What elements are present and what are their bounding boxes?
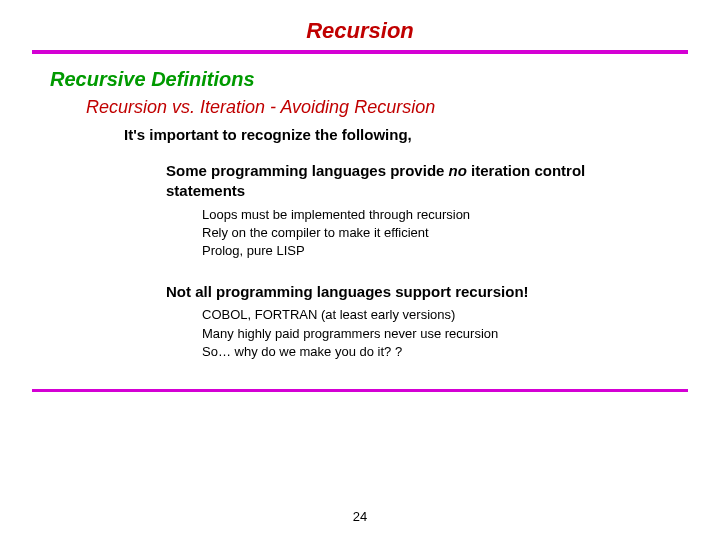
point-block-1: Some programming languages provide no it… bbox=[40, 161, 680, 260]
slide: Recursion Recursive Definitions Recursio… bbox=[0, 0, 720, 540]
divider-top bbox=[32, 50, 688, 54]
point-2-sub-1: COBOL, FORTRAN (at least early versions) bbox=[202, 306, 680, 324]
point-1-sub-1: Loops must be implemented through recurs… bbox=[202, 206, 680, 224]
point-block-2: Not all programming languages support re… bbox=[40, 282, 680, 361]
subsection-heading: Recursion vs. Iteration - Avoiding Recur… bbox=[86, 97, 680, 118]
point-2-sub-3: So… why do we make you do it? ? bbox=[202, 343, 680, 361]
point-1-sub-3: Prolog, pure LISP bbox=[202, 242, 680, 260]
point-1: Some programming languages provide no it… bbox=[166, 161, 640, 202]
lead-text: It's important to recognize the followin… bbox=[124, 126, 680, 143]
point-1-sub-2: Rely on the compiler to make it efficien… bbox=[202, 224, 680, 242]
section-heading: Recursive Definitions bbox=[50, 68, 680, 91]
divider-bottom bbox=[32, 389, 688, 392]
point-1-em: no bbox=[449, 162, 467, 179]
point-1-pre: Some programming languages provide bbox=[166, 162, 449, 179]
point-2-sub-2: Many highly paid programmers never use r… bbox=[202, 325, 680, 343]
page-number: 24 bbox=[0, 509, 720, 524]
slide-title: Recursion bbox=[40, 18, 680, 44]
point-2: Not all programming languages support re… bbox=[166, 282, 640, 302]
